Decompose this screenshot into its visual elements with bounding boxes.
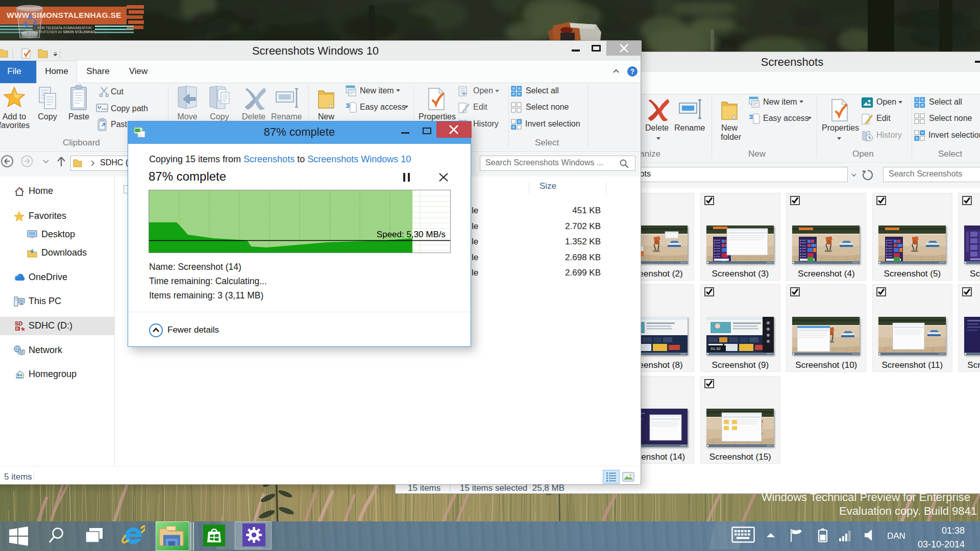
svg-text:01:32: 01:32 xyxy=(710,346,721,351)
svg-text:Speed: 5,30 MB/s: Speed: 5,30 MB/s xyxy=(377,230,446,239)
svg-text:SD: SD xyxy=(15,320,22,327)
